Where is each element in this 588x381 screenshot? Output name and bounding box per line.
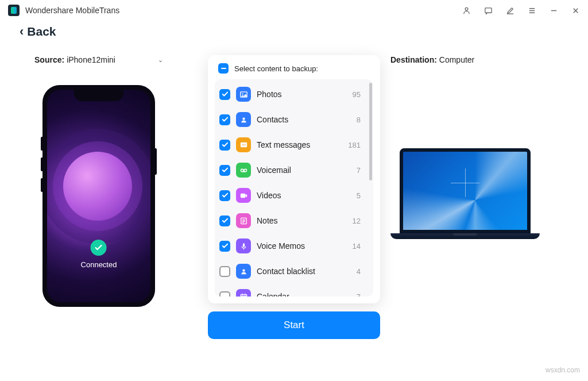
- scrollbar-thumb[interactable]: [369, 83, 372, 180]
- connection-status: Connected: [81, 240, 117, 269]
- item-label: Contacts: [257, 115, 351, 124]
- item-checkbox[interactable]: [219, 140, 230, 151]
- item-checkbox[interactable]: [219, 241, 230, 252]
- edit-icon[interactable]: [505, 6, 514, 15]
- svg-rect-15: [241, 294, 246, 297]
- list-scroll[interactable]: Photos95Contacts8Text messages181Voicema…: [215, 79, 373, 297]
- item-count: 12: [353, 217, 364, 225]
- main-content: Source: iPhone12mini ⌄ Connected: [0, 45, 588, 339]
- voice-memos-icon: [236, 238, 251, 253]
- svg-point-8: [245, 144, 246, 145]
- item-checkbox[interactable]: [219, 89, 230, 100]
- item-count: 8: [357, 116, 364, 124]
- wallpaper-graphic: [63, 152, 132, 221]
- list-item[interactable]: Contacts8: [215, 107, 370, 132]
- text-messages-icon: [236, 137, 251, 152]
- item-label: Contact blacklist: [257, 267, 351, 276]
- destination-value: Computer: [439, 55, 474, 64]
- calendar-icon: [236, 289, 251, 297]
- list-item[interactable]: Videos5: [215, 183, 370, 208]
- list-item[interactable]: Voice Memos14: [215, 233, 370, 259]
- laptop-base: [390, 233, 540, 239]
- source-device: Connected: [42, 85, 155, 307]
- select-all-checkbox[interactable]: [218, 63, 229, 74]
- source-value: iPhone12mini: [67, 55, 115, 64]
- item-count: 181: [348, 141, 364, 149]
- item-count: 4: [357, 267, 364, 276]
- indeterminate-icon: [221, 68, 226, 70]
- titlebar-left: Wondershare MobileTrans: [8, 5, 119, 16]
- item-checkbox[interactable]: [219, 165, 230, 176]
- list-item[interactable]: Contact blacklist4: [215, 259, 370, 284]
- item-checkbox[interactable]: [219, 215, 230, 226]
- source-selector[interactable]: Source: iPhone12mini ⌄: [34, 55, 163, 64]
- start-button[interactable]: Start: [208, 311, 380, 339]
- item-label: Voice Memos: [257, 241, 347, 251]
- item-checkbox[interactable]: [219, 291, 230, 297]
- contact-blacklist-icon: [236, 264, 251, 279]
- item-label: Calendar: [257, 292, 351, 297]
- svg-point-14: [242, 269, 245, 271]
- destination-label: Destination:: [390, 55, 437, 64]
- chat-icon[interactable]: [483, 6, 493, 15]
- item-label: Notes: [257, 216, 347, 225]
- app-logo-icon: [8, 5, 20, 16]
- list-item[interactable]: Voicemail7: [215, 157, 370, 183]
- destination-row: Destination: Computer: [390, 55, 474, 64]
- close-button[interactable]: [571, 6, 580, 15]
- item-count: 14: [353, 242, 364, 251]
- item-count: 7: [357, 166, 364, 175]
- item-checkbox[interactable]: [219, 114, 230, 125]
- list-item[interactable]: Photos95: [215, 82, 370, 107]
- content-list: Photos95Contacts8Text messages181Voicema…: [215, 79, 373, 297]
- laptop-screen: [400, 148, 531, 233]
- item-count: 5: [357, 191, 364, 200]
- destination-column: Destination: Computer: [390, 55, 554, 239]
- windows-wallpaper: [403, 152, 527, 230]
- item-label: Videos: [257, 191, 351, 200]
- svg-rect-13: [242, 243, 244, 247]
- card-header-label: Select content to backup:: [234, 64, 318, 73]
- source-column: Source: iPhone12mini ⌄ Connected: [34, 55, 198, 307]
- item-label: Text messages: [257, 140, 342, 149]
- list-item[interactable]: Calendar7: [215, 284, 370, 297]
- account-icon[interactable]: [462, 6, 471, 15]
- item-count: 7: [357, 293, 364, 297]
- connection-label: Connected: [81, 260, 117, 269]
- item-checkbox[interactable]: [219, 190, 230, 201]
- svg-rect-1: [485, 7, 491, 12]
- app-title: Wondershare MobileTrans: [25, 6, 119, 15]
- chevron-left-icon: ‹: [20, 24, 24, 39]
- svg-point-3: [242, 93, 243, 94]
- item-checkbox[interactable]: [219, 266, 230, 277]
- voicemail-icon: [236, 163, 251, 178]
- destination-device: [390, 148, 540, 239]
- titlebar: Wondershare MobileTrans: [0, 0, 588, 21]
- content-card: Select content to backup: Photos95Contac…: [208, 55, 380, 303]
- check-icon: [91, 240, 107, 256]
- minimize-button[interactable]: [549, 6, 558, 15]
- svg-point-4: [242, 117, 245, 120]
- source-label: Source:: [34, 55, 64, 64]
- watermark: wsxdn.com: [546, 366, 580, 374]
- back-label: Back: [27, 25, 56, 39]
- item-label: Photos: [257, 90, 347, 99]
- svg-rect-11: [240, 193, 245, 198]
- videos-icon: [236, 188, 251, 203]
- photos-icon: [236, 87, 251, 102]
- chevron-down-icon: ⌄: [158, 56, 163, 64]
- titlebar-right: [462, 6, 580, 15]
- list-item[interactable]: Notes12: [215, 208, 370, 233]
- select-all-row[interactable]: Select content to backup:: [210, 63, 378, 79]
- item-count: 95: [353, 90, 364, 99]
- phone-notch: [74, 90, 123, 101]
- contacts-icon: [236, 112, 251, 127]
- list-item[interactable]: Text messages181: [215, 132, 370, 157]
- item-label: Voicemail: [257, 166, 351, 175]
- phone-screen: Connected: [47, 90, 150, 302]
- content-column: Select content to backup: Photos95Contac…: [208, 55, 380, 339]
- svg-point-7: [243, 144, 244, 145]
- back-button[interactable]: ‹ Back: [0, 21, 588, 45]
- menu-icon[interactable]: [527, 6, 536, 15]
- svg-point-0: [465, 7, 468, 10]
